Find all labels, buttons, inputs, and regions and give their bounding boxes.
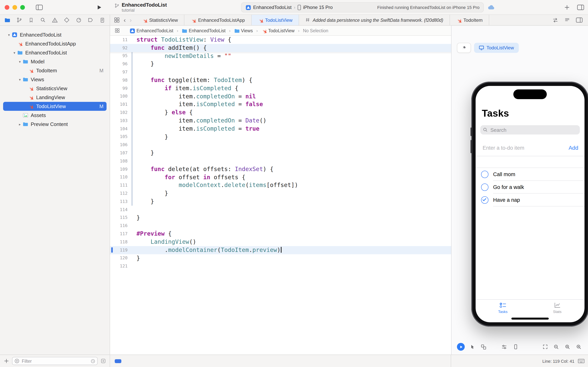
code-line-97[interactable]: 97 xyxy=(110,68,451,76)
minimize-window-button[interactable] xyxy=(12,5,17,10)
tab-overview-button[interactable] xyxy=(114,17,120,23)
disclosure-open-icon[interactable]: ▾ xyxy=(6,33,12,37)
zoom-to-fit-button[interactable] xyxy=(541,343,549,350)
navigator-bookmarks-button[interactable] xyxy=(28,17,34,24)
code-line-110[interactable]: 110 for offset in offsets { xyxy=(110,173,451,181)
code-line-114[interactable]: 114 xyxy=(110,205,451,214)
editor-tab-enhancedtodolistapp[interactable]: EnhancedTodoListApp xyxy=(185,15,252,25)
code-line-104[interactable]: 104 item.isCompleted = true xyxy=(110,125,451,133)
toggle-navigator-button[interactable] xyxy=(35,4,43,11)
line-number[interactable]: 119 xyxy=(110,247,131,252)
line-number[interactable]: 11 xyxy=(110,37,131,42)
new-tab-button[interactable] xyxy=(564,5,570,10)
unchecked-circle-icon[interactable] xyxy=(481,170,488,178)
recent-files-filter-button[interactable] xyxy=(91,359,95,363)
preview-on-device-button[interactable] xyxy=(512,343,519,350)
code-line-108[interactable]: 108 xyxy=(110,157,451,165)
code-line-99[interactable]: 99 if item.isCompleted { xyxy=(110,84,451,92)
editor-tab-statisticsview[interactable]: StatisticsView xyxy=(135,15,185,25)
navigator-breakpoints-button[interactable] xyxy=(87,17,94,24)
app-tab-tasks[interactable]: Tasks xyxy=(476,300,530,316)
add-file-button[interactable] xyxy=(4,359,9,364)
disclosure-open-icon[interactable]: ▾ xyxy=(12,51,17,55)
line-number[interactable]: 110 xyxy=(110,175,131,180)
pin-preview-button[interactable] xyxy=(457,43,471,53)
activity-indicator[interactable] xyxy=(115,359,121,363)
breadcrumb-segment[interactable]: EnhancedTodoList xyxy=(182,28,226,33)
line-number[interactable]: 108 xyxy=(110,158,131,164)
code-line-116[interactable]: 116 xyxy=(110,222,451,230)
add-todo-button[interactable]: Add xyxy=(569,145,578,151)
todo-row-have-a-nap[interactable]: Have a nap xyxy=(476,194,585,206)
filter-input[interactable] xyxy=(21,358,89,364)
code-review-button[interactable] xyxy=(552,17,558,23)
navigator-item-views[interactable]: ▾Views xyxy=(3,75,107,84)
code-line-121[interactable]: 121 xyxy=(110,262,451,270)
code-line-112[interactable]: 112 } xyxy=(110,189,451,198)
line-number[interactable]: 112 xyxy=(110,191,131,196)
code-line-119[interactable]: 119 .modelContainer(TodoItem.preview) xyxy=(110,246,451,254)
navigator-filter-field[interactable] xyxy=(12,357,98,365)
disclosure-closed-icon[interactable]: ▸ xyxy=(17,122,23,126)
code-line-98[interactable]: 98 func toggle(item: TodoItem) { xyxy=(110,76,451,84)
go-forward-button[interactable]: › xyxy=(130,17,132,23)
navigator-project-button[interactable] xyxy=(4,17,11,24)
line-number[interactable]: 120 xyxy=(110,256,131,261)
navigator-item-todoitem[interactable]: TodoItemM xyxy=(3,66,107,75)
close-window-button[interactable] xyxy=(5,5,9,10)
code-line-117[interactable]: 117#Preview { xyxy=(110,230,451,238)
disclosure-open-icon[interactable]: ▾ xyxy=(17,60,23,64)
navigator-source-control-button[interactable] xyxy=(16,17,23,24)
line-number[interactable]: 121 xyxy=(110,264,131,269)
navigator-reports-button[interactable] xyxy=(99,17,106,24)
related-items-button[interactable] xyxy=(115,28,120,33)
line-number[interactable]: 113 xyxy=(110,199,131,204)
app-tab-stats[interactable]: Stats xyxy=(530,300,585,316)
line-number[interactable]: 107 xyxy=(110,150,131,156)
zoom-out-button[interactable] xyxy=(553,343,560,350)
code-line-118[interactable]: 118 LandingView() xyxy=(110,238,451,246)
navigator-item-landingview[interactable]: LandingView xyxy=(3,93,107,102)
variants-button[interactable] xyxy=(480,343,487,350)
line-number[interactable]: 118 xyxy=(110,240,131,244)
selectable-mode-button[interactable] xyxy=(469,343,476,350)
breadcrumb-segment[interactable]: TodoListView xyxy=(261,28,294,33)
line-number[interactable]: 114 xyxy=(110,207,131,212)
code-line-101[interactable]: 101 item.isCompleted = false xyxy=(110,100,451,109)
line-number[interactable]: 117 xyxy=(110,231,131,236)
navigator-debug-button[interactable] xyxy=(75,17,82,24)
editor-tab-todolistview[interactable]: TodoListView xyxy=(252,15,299,25)
line-number[interactable]: 115 xyxy=(110,215,131,220)
new-todo-input[interactable] xyxy=(482,144,569,151)
source-control-filter-button[interactable] xyxy=(101,359,106,364)
line-number[interactable]: 99 xyxy=(110,86,131,91)
navigator-issues-button[interactable] xyxy=(51,17,58,24)
zoom-in-button[interactable] xyxy=(575,343,583,350)
code-line-106[interactable]: 106 xyxy=(110,141,451,149)
navigator-tests-button[interactable] xyxy=(63,17,70,24)
run-button[interactable] xyxy=(96,4,103,10)
line-number[interactable]: 111 xyxy=(110,183,131,188)
disclosure-open-icon[interactable]: ▾ xyxy=(17,78,23,82)
go-back-button[interactable]: ‹ xyxy=(124,17,126,23)
code-line-120[interactable]: 120} xyxy=(110,254,451,262)
code-line-111[interactable]: 111 modelContext.delete(items[offset]) xyxy=(110,181,451,190)
code-line-103[interactable]: 103 item.completedOn = Date() xyxy=(110,117,451,125)
line-number[interactable]: 98 xyxy=(110,78,131,83)
live-preview-button[interactable] xyxy=(457,343,465,351)
code-line-115[interactable]: 115} xyxy=(110,214,451,222)
code-line-109[interactable]: 109 func delete(at offsets: IndexSet) { xyxy=(110,165,451,173)
todo-row-call-mom[interactable]: Call mom xyxy=(476,168,585,180)
minimap-button[interactable] xyxy=(564,17,571,23)
navigator-item-enhancedtodolist[interactable]: ▾EnhancedTodoList xyxy=(3,30,107,39)
line-number[interactable]: 101 xyxy=(110,102,131,107)
code-line-107[interactable]: 107 } xyxy=(110,149,451,157)
search-input[interactable] xyxy=(490,126,577,133)
navigator-find-button[interactable] xyxy=(40,17,46,24)
line-number[interactable]: 106 xyxy=(110,142,131,148)
keyboard-shortcuts-button[interactable] xyxy=(578,359,585,363)
line-number[interactable]: 97 xyxy=(110,70,131,75)
zoom-actual-size-button[interactable] xyxy=(564,343,571,350)
code-line-102[interactable]: 102 } else { xyxy=(110,108,451,117)
editor-tab-added-data-persistence-using-t[interactable]: Added data persistence using the SwiftDa… xyxy=(299,15,450,25)
